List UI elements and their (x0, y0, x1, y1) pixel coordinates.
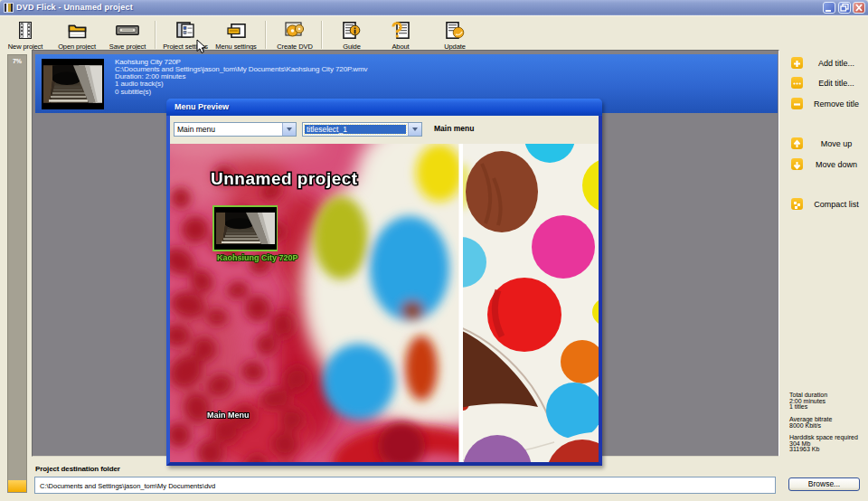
svg-text:Main Menu: Main Menu (207, 411, 250, 420)
svg-text:Kaohsiung City 720P: Kaohsiung City 720P (217, 253, 298, 262)
svg-text:Unnamed project: Unnamed project (211, 169, 358, 188)
